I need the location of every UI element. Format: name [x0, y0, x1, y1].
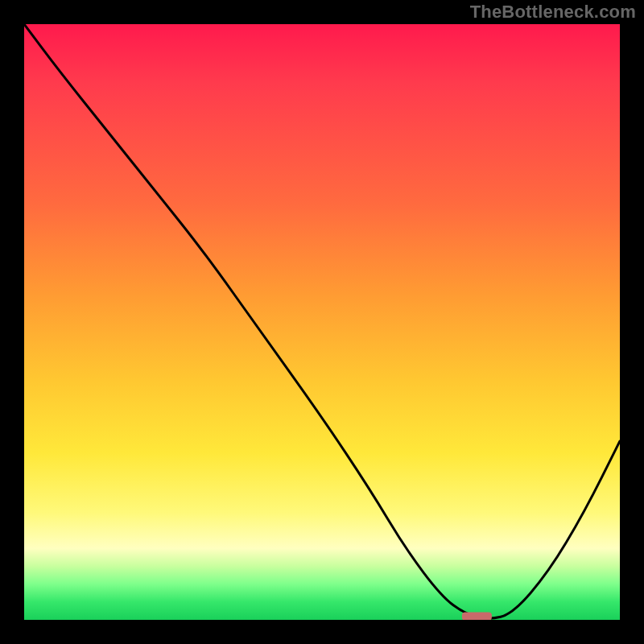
plot-area: [24, 24, 620, 620]
bottleneck-curve: [24, 24, 620, 618]
chart-frame: TheBottleneck.com: [0, 0, 644, 644]
optimal-marker: [462, 612, 492, 620]
curve-svg: [24, 24, 620, 620]
watermark-text: TheBottleneck.com: [470, 2, 636, 23]
